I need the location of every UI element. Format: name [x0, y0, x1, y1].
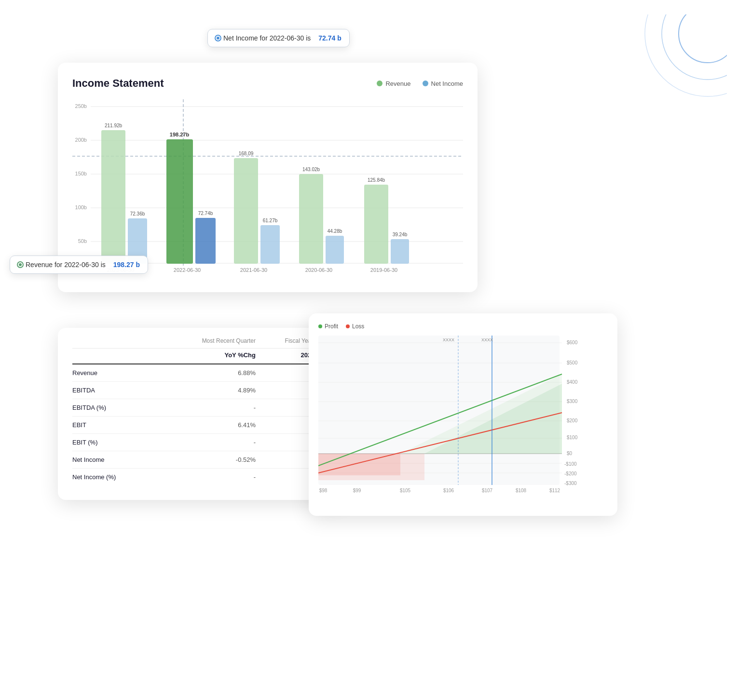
- legend-revenue: Revenue: [377, 80, 410, 87]
- table-row-net-income-pct: Net Income (%) - 35.26%: [72, 469, 333, 485]
- svg-text:50b: 50b: [78, 238, 87, 244]
- tooltip-net-income: Net Income for 2022-06-30 is 72.74 b: [207, 29, 350, 47]
- profit-dot: [318, 324, 322, 328]
- table-label-net-income-pct: Net Income (%): [72, 473, 178, 481]
- table-label-ebit: EBIT: [72, 421, 178, 429]
- svg-text:211.92b: 211.92b: [105, 123, 123, 128]
- legend-dot-net-income: [423, 81, 428, 86]
- svg-text:$112: $112: [549, 488, 560, 493]
- svg-text:$100: $100: [567, 435, 578, 440]
- svg-text:61.27b: 61.27b: [263, 218, 278, 223]
- chart-area: 250b 200b 150b 100b 50b 0 211.92b: [72, 99, 463, 283]
- svg-text:250b: 250b: [75, 103, 87, 109]
- svg-point-2: [645, 14, 727, 96]
- svg-point-1: [662, 14, 727, 80]
- decorative-circles: [621, 14, 727, 121]
- bar-2019-net-income: [391, 239, 409, 264]
- svg-text:150b: 150b: [75, 171, 87, 176]
- profit-legend: Profit Loss: [318, 323, 608, 330]
- profit-loss-card: Profit Loss $600 $500 $400 $300 $200 $10…: [309, 313, 617, 516]
- bar-chart-svg: 250b 200b 150b 100b 50b 0 211.92b: [72, 99, 463, 278]
- svg-text:$0: $0: [567, 451, 573, 456]
- svg-text:39.24b: 39.24b: [393, 232, 408, 237]
- table-subheader-empty: [72, 351, 178, 359]
- svg-text:100b: 100b: [75, 204, 87, 210]
- legend-loss: Loss: [346, 323, 364, 330]
- table-label-net-income: Net Income: [72, 456, 178, 463]
- svg-text:72.36b: 72.36b: [130, 211, 145, 216]
- table-yoy-ebitda: 4.89%: [178, 387, 256, 394]
- legend-dot-revenue: [377, 81, 382, 86]
- legend-net-income: Net Income: [423, 80, 463, 87]
- tooltip-net-income-value: 72.74 b: [318, 34, 341, 42]
- bar-2023-revenue: [101, 130, 125, 264]
- tooltip-revenue: Revenue for 2022-06-30 is 198.27 b: [10, 256, 148, 274]
- svg-text:$200: $200: [567, 418, 578, 423]
- table-row-ebitda: EBITDA 4.89% 33.39b: [72, 382, 333, 399]
- svg-text:-$100: -$100: [564, 461, 577, 467]
- bar-2022-net-income: [195, 218, 216, 264]
- bar-2021-net-income: [260, 225, 280, 264]
- svg-text:$600: $600: [567, 340, 578, 345]
- svg-text:143.02b: 143.02b: [302, 167, 320, 172]
- bar-2021-revenue: [234, 158, 258, 264]
- svg-text:$108: $108: [516, 488, 527, 493]
- table-yoy-ebit-pct: -: [178, 439, 256, 446]
- svg-text:$98: $98: [319, 488, 328, 493]
- table-yoy-ebitda-pct: -: [178, 404, 256, 411]
- table-yoy-net-income-pct: -: [178, 473, 256, 481]
- svg-text:$300: $300: [567, 399, 578, 404]
- svg-point-0: [679, 14, 727, 63]
- table-yoy-revenue: 6.88%: [178, 369, 256, 377]
- svg-text:$400: $400: [567, 379, 578, 385]
- table-header: Most Recent Quarter Fiscal Year Ending: [72, 337, 333, 349]
- svg-text:XXXX: XXXX: [443, 337, 454, 342]
- loss-label: Loss: [352, 323, 364, 330]
- bar-2020-revenue: [299, 174, 323, 264]
- table-row-ebitda-pct: EBITDA (%) - 53.84%: [72, 399, 333, 417]
- svg-text:2021-06-30: 2021-06-30: [240, 267, 267, 273]
- svg-text:72.74b: 72.74b: [198, 211, 213, 216]
- chart-legend: Revenue Net Income: [377, 80, 463, 87]
- profit-chart-svg: $600 $500 $400 $300 $200 $100 $0 -$100 -…: [318, 336, 598, 495]
- main-container: Net Income for 2022-06-30 is 72.74 b Rev…: [0, 0, 751, 700]
- table-subheader: YoY %Chg 2023-12-31: [72, 349, 333, 364]
- tooltip-revenue-text: Revenue for 2022-06-30 is: [26, 261, 106, 269]
- svg-text:$99: $99: [353, 488, 361, 493]
- svg-text:200b: 200b: [75, 137, 87, 143]
- loss-dot: [346, 324, 350, 328]
- bar-2020-net-income: [326, 236, 344, 264]
- svg-text:$107: $107: [482, 488, 493, 493]
- table-label-ebitda-pct: EBITDA (%): [72, 404, 178, 411]
- profit-label: Profit: [325, 323, 338, 330]
- table-header-empty: [72, 337, 178, 344]
- svg-text:2019-06-30: 2019-06-30: [370, 267, 397, 273]
- bar-2022-revenue: [166, 139, 193, 264]
- svg-text:2022-06-30: 2022-06-30: [174, 267, 201, 273]
- tooltip-net-income-text: Net Income for 2022-06-30 is: [223, 34, 311, 42]
- table-row-ebit: EBIT 6.41% 27.44b: [72, 417, 333, 434]
- svg-text:-$200: -$200: [564, 471, 577, 476]
- table-row-net-income: Net Income -0.52% 21.87b: [72, 451, 333, 469]
- table-yoy-net-income: -0.52%: [178, 456, 256, 463]
- svg-marker-53: [318, 454, 424, 480]
- svg-text:XXXX: XXXX: [481, 337, 493, 342]
- svg-text:-$300: -$300: [564, 481, 577, 486]
- table-label-ebit-pct: EBIT (%): [72, 439, 178, 446]
- svg-text:$106: $106: [443, 488, 454, 493]
- svg-text:$500: $500: [567, 360, 578, 365]
- tooltip-revenue-value: 198.27 b: [113, 261, 140, 269]
- card-title: Income Statement: [72, 77, 164, 90]
- table-yoy-ebit: 6.41%: [178, 421, 256, 429]
- legend-label-revenue: Revenue: [385, 80, 410, 87]
- table-col1-header: Most Recent Quarter: [178, 337, 256, 344]
- svg-text:198.27b: 198.27b: [170, 132, 190, 137]
- svg-text:2020-06-30: 2020-06-30: [305, 267, 332, 273]
- table-row-revenue: Revenue 6.88% 62.02b: [72, 364, 333, 382]
- legend-profit: Profit: [318, 323, 338, 330]
- tooltip-dot: [216, 36, 220, 40]
- legend-label-net-income: Net Income: [431, 80, 463, 87]
- table-label-ebitda: EBITDA: [72, 387, 178, 394]
- table-row-ebit-pct: EBIT (%) - 44.24%: [72, 434, 333, 451]
- bar-2019-revenue: [364, 185, 388, 264]
